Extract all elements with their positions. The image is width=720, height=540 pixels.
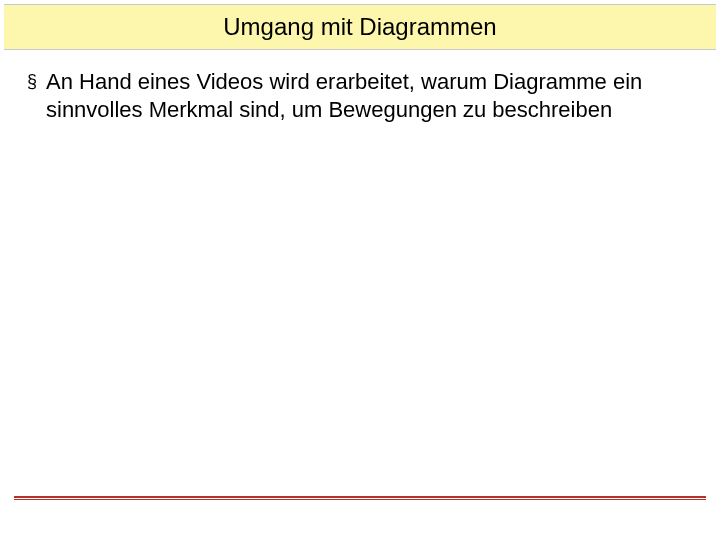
slide-title: Umgang mit Diagrammen: [223, 13, 496, 41]
list-item: § An Hand eines Videos wird erarbeitet, …: [18, 68, 702, 124]
title-bar: Umgang mit Diagrammen: [4, 4, 716, 50]
bullet-text: An Hand eines Videos wird erarbeitet, wa…: [46, 68, 702, 124]
bullet-icon: §: [18, 68, 46, 93]
footer-divider: [14, 496, 706, 500]
content-area: § An Hand eines Videos wird erarbeitet, …: [0, 50, 720, 124]
